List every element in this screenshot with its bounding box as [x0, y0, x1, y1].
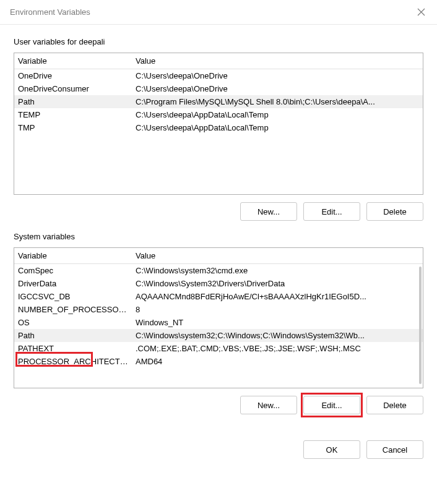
user-new-button[interactable]: New...: [240, 202, 297, 221]
table-row[interactable]: TEMPC:\Users\deepa\AppData\Local\Temp: [14, 108, 423, 121]
variable-value-cell: Windows_NT: [132, 316, 423, 329]
table-row[interactable]: TMPC:\Users\deepa\AppData\Local\Temp: [14, 121, 423, 134]
user-edit-button[interactable]: Edit...: [303, 202, 360, 221]
table-row[interactable]: PATHEXT.COM;.EXE;.BAT;.CMD;.VBS;.VBE;.JS…: [14, 342, 423, 355]
dialog-buttons: OK Cancel: [0, 433, 437, 469]
variable-value-cell: .COM;.EXE;.BAT;.CMD;.VBS;.VBE;.JS;.JSE;.…: [132, 342, 423, 355]
ok-button[interactable]: OK: [303, 440, 360, 459]
cancel-button[interactable]: Cancel: [366, 440, 423, 459]
variable-value-cell: C:\Program Files\MySQL\MySQL Shell 8.0\b…: [132, 95, 423, 108]
system-delete-button[interactable]: Delete: [366, 396, 423, 414]
col-header-variable[interactable]: Variable: [14, 53, 132, 69]
system-buttons-row: New... Edit... Delete: [14, 396, 423, 414]
variable-name-cell: OneDriveConsumer: [14, 82, 132, 95]
titlebar: Environment Variables: [0, 0, 437, 25]
variable-name-cell: OneDrive: [14, 69, 132, 83]
col-header-value[interactable]: Value: [132, 248, 423, 264]
table-row[interactable]: ComSpecC:\Windows\system32\cmd.exe: [14, 264, 423, 278]
variable-name-cell: Path: [14, 329, 132, 342]
table-row[interactable]: DriverDataC:\Windows\System32\Drivers\Dr…: [14, 277, 423, 290]
variable-value-cell: 8: [132, 303, 423, 316]
variable-value-cell: C:\Users\deepa\OneDrive: [132, 69, 423, 83]
col-header-value[interactable]: Value: [132, 53, 423, 69]
table-row[interactable]: PROCESSOR_ARCHITECTU...AMD64: [14, 355, 423, 368]
table-row[interactable]: OneDriveConsumerC:\Users\deepa\OneDrive: [14, 82, 423, 95]
variable-name-cell: OS: [14, 316, 132, 329]
variable-name-cell: IGCCSVC_DB: [14, 290, 132, 303]
system-new-button[interactable]: New...: [240, 396, 297, 414]
table-row[interactable]: OSWindows_NT: [14, 316, 423, 329]
user-buttons-row: New... Edit... Delete: [14, 202, 423, 221]
table-row[interactable]: PathC:\Windows\system32;C:\Windows;C:\Wi…: [14, 329, 423, 342]
dialog-content: User variables for deepali Variable Valu…: [0, 25, 437, 433]
system-edit-button[interactable]: Edit...: [303, 396, 360, 414]
variable-name-cell: TEMP: [14, 108, 132, 121]
col-header-variable[interactable]: Variable: [14, 248, 132, 264]
variable-value-cell: C:\Windows\system32;C:\Windows;C:\Window…: [132, 329, 423, 342]
scrollbar[interactable]: [419, 267, 422, 384]
window-title: Environment Variables: [10, 7, 90, 17]
variable-name-cell: NUMBER_OF_PROCESSORS: [14, 303, 132, 316]
variable-name-cell: TMP: [14, 121, 132, 134]
table-row[interactable]: IGCCSVC_DBAQAAANCMnd8BFdERjHoAwE/Cl+sBAA…: [14, 290, 423, 303]
variable-name-cell: PATHEXT: [14, 342, 132, 355]
table-row[interactable]: PathC:\Program Files\MySQL\MySQL Shell 8…: [14, 95, 423, 108]
user-section-label: User variables for deepali: [14, 37, 423, 46]
user-delete-button[interactable]: Delete: [366, 202, 423, 221]
variable-value-cell: C:\Windows\system32\cmd.exe: [132, 264, 423, 278]
variable-name-cell: ComSpec: [14, 264, 132, 278]
variable-value-cell: AQAAANCMnd8BFdERjHoAwE/Cl+sBAAAAXzlHgKr1…: [132, 290, 423, 303]
table-row[interactable]: NUMBER_OF_PROCESSORS8: [14, 303, 423, 316]
variable-name-cell: DriverData: [14, 277, 132, 290]
system-variables-section: System variables Variable Value ComSpecC…: [14, 232, 423, 414]
variable-value-cell: AMD64: [132, 355, 423, 368]
close-icon[interactable]: [413, 5, 428, 20]
user-variables-table[interactable]: Variable Value OneDriveC:\Users\deepa\On…: [14, 53, 423, 195]
variable-name-cell: PROCESSOR_ARCHITECTU...: [14, 355, 132, 368]
system-section-label: System variables: [14, 232, 423, 241]
variable-value-cell: C:\Users\deepa\AppData\Local\Temp: [132, 121, 423, 134]
system-variables-table[interactable]: Variable Value ComSpecC:\Windows\system3…: [14, 247, 423, 388]
table-row[interactable]: OneDriveC:\Users\deepa\OneDrive: [14, 69, 423, 83]
variable-value-cell: C:\Users\deepa\AppData\Local\Temp: [132, 108, 423, 121]
variable-value-cell: C:\Windows\System32\Drivers\DriverData: [132, 277, 423, 290]
user-variables-section: User variables for deepali Variable Valu…: [14, 37, 423, 221]
variable-value-cell: C:\Users\deepa\OneDrive: [132, 82, 423, 95]
variable-name-cell: Path: [14, 95, 132, 108]
